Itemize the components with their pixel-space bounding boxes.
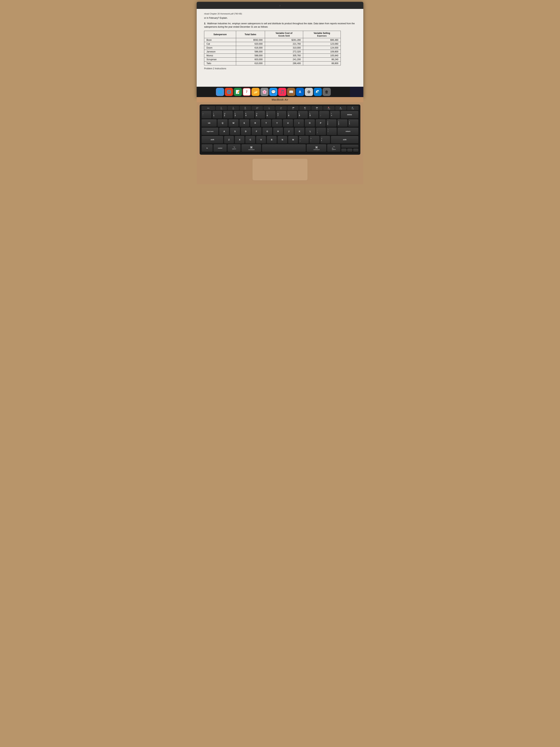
key-j[interactable]: J bbox=[284, 127, 294, 135]
key-w[interactable]: W bbox=[228, 119, 239, 127]
key-f9[interactable]: ▶▶F9 bbox=[311, 106, 323, 110]
key-o[interactable]: O bbox=[304, 119, 315, 127]
key-0[interactable]: )0 bbox=[309, 111, 319, 119]
key-r[interactable]: R bbox=[250, 119, 260, 127]
key-t[interactable]: T bbox=[261, 119, 271, 127]
key-f7[interactable]: ◀◀F7 bbox=[287, 106, 299, 110]
key-arrow-left[interactable] bbox=[341, 148, 347, 152]
key-comma[interactable]: <, bbox=[299, 136, 309, 144]
key-period[interactable]: >. bbox=[310, 136, 320, 144]
dock-icon-trash[interactable]: 🗑 bbox=[323, 88, 331, 96]
key-arrow-up[interactable] bbox=[341, 145, 358, 148]
key-k[interactable]: K bbox=[294, 127, 304, 135]
table-cell: 88,800 bbox=[303, 61, 341, 66]
key-backtick[interactable]: ~` bbox=[202, 111, 212, 119]
key-x[interactable]: X bbox=[235, 136, 245, 144]
key-arrow-down[interactable] bbox=[347, 148, 353, 152]
dock-icon-edge[interactable]: 🌊 bbox=[314, 88, 322, 96]
question2: 2. Walthman Industries Inc. employs seve… bbox=[204, 22, 356, 28]
key-1[interactable]: !1 bbox=[212, 111, 222, 119]
key-f11[interactable]: 🔉F11 bbox=[335, 106, 347, 110]
command-label-right: command bbox=[314, 149, 320, 150]
dock-icon-messages[interactable]: 💬 bbox=[269, 88, 277, 96]
table-cell: 109,800 bbox=[303, 50, 341, 54]
key-tab[interactable]: tab bbox=[202, 119, 217, 127]
key-option-right[interactable]: ⌥ alt option bbox=[327, 144, 341, 152]
dock-icon-notes[interactable]: 📝 bbox=[234, 88, 242, 96]
key-u[interactable]: U bbox=[283, 119, 293, 127]
camera-area bbox=[202, 4, 358, 7]
key-space[interactable] bbox=[262, 144, 306, 152]
key-2[interactable]: @2 bbox=[223, 111, 233, 119]
col-header-variable-selling: Variable SellingExpenses bbox=[303, 31, 341, 38]
key-option-left[interactable]: ⌥ option bbox=[228, 144, 241, 152]
key-f3[interactable]: ⊞F3 bbox=[240, 106, 251, 110]
key-fn[interactable]: fn bbox=[202, 144, 213, 152]
key-e[interactable]: E bbox=[239, 119, 250, 127]
key-f5[interactable]: ☀F5 bbox=[264, 106, 275, 110]
key-slash[interactable]: ?/ bbox=[320, 136, 330, 144]
arrow-keys bbox=[341, 145, 358, 152]
key-f6[interactable]: ☀☀F6 bbox=[275, 106, 287, 110]
dock-icon-chrome[interactable]: 🌐 bbox=[225, 88, 233, 96]
dock-icon-files[interactable]: 📂 bbox=[251, 88, 260, 96]
key-n[interactable]: N bbox=[277, 136, 288, 144]
dock-icon-calendar[interactable]: 7 bbox=[243, 88, 251, 96]
key-f2[interactable]: ☀F2 bbox=[228, 106, 239, 110]
key-minus[interactable]: _- bbox=[319, 111, 329, 119]
screen-bezel bbox=[197, 2, 363, 9]
dock-icon-photos[interactable]: 🌸 bbox=[260, 88, 268, 96]
key-7[interactable]: &7 bbox=[276, 111, 287, 119]
key-v[interactable]: V bbox=[256, 136, 266, 144]
key-command-left[interactable]: ⌘ command bbox=[241, 144, 261, 152]
key-p[interactable]: P bbox=[316, 119, 326, 127]
key-lbracket[interactable]: {[ bbox=[326, 119, 337, 127]
key-delete[interactable]: delete bbox=[341, 111, 358, 119]
key-backslash[interactable]: |\ bbox=[348, 119, 358, 127]
key-z[interactable]: Z bbox=[224, 136, 234, 144]
key-b[interactable]: B bbox=[267, 136, 277, 144]
key-a[interactable]: A bbox=[219, 127, 229, 135]
key-4[interactable]: $4 bbox=[244, 111, 255, 119]
key-f8[interactable]: ▶‖F8 bbox=[299, 106, 311, 110]
key-capslock[interactable]: caps lock bbox=[202, 127, 218, 135]
key-g[interactable]: G bbox=[262, 127, 272, 135]
touchpad-area bbox=[197, 158, 363, 184]
key-m[interactable]: M bbox=[288, 136, 298, 144]
key-l[interactable]: L bbox=[305, 127, 315, 135]
key-shift-left[interactable]: shift bbox=[202, 136, 223, 144]
key-arrow-right[interactable] bbox=[353, 148, 358, 152]
key-ctrl[interactable]: control bbox=[213, 144, 227, 152]
key-6[interactable]: ^6 bbox=[266, 111, 276, 119]
key-f[interactable]: F bbox=[251, 127, 262, 135]
key-i[interactable]: I bbox=[294, 119, 304, 127]
key-s[interactable]: S bbox=[230, 127, 240, 135]
key-equals[interactable]: += bbox=[330, 111, 340, 119]
key-semicolon[interactable]: :; bbox=[316, 127, 326, 135]
key-8[interactable]: *8 bbox=[287, 111, 297, 119]
key-c[interactable]: C bbox=[245, 136, 256, 144]
key-9[interactable]: (9 bbox=[298, 111, 308, 119]
key-quote[interactable]: "' bbox=[327, 127, 337, 135]
key-h[interactable]: H bbox=[273, 127, 283, 135]
key-rbracket[interactable]: }] bbox=[337, 119, 348, 127]
key-shift-right[interactable]: shift bbox=[331, 136, 358, 144]
key-f4[interactable]: ⣿⣿⣿F4 bbox=[251, 106, 263, 110]
key-f1[interactable]: ☀F1 bbox=[216, 106, 227, 110]
dock-icon-finder[interactable]: 🌐 bbox=[216, 88, 224, 96]
dock-icon-music[interactable]: 🎵 bbox=[278, 88, 286, 96]
key-return[interactable]: return bbox=[338, 127, 358, 135]
dock-icon-appstore[interactable]: A bbox=[296, 88, 304, 96]
dock-icon-books[interactable]: 📖 bbox=[287, 88, 295, 96]
key-command-right[interactable]: ⌘ command bbox=[306, 144, 326, 152]
touchpad[interactable] bbox=[252, 158, 308, 181]
key-d[interactable]: D bbox=[241, 127, 251, 135]
key-3[interactable]: #3 bbox=[234, 111, 244, 119]
key-y[interactable]: Y bbox=[272, 119, 282, 127]
key-f10[interactable]: 🔇F10 bbox=[323, 106, 335, 110]
key-esc[interactable]: esc bbox=[202, 106, 215, 110]
key-5[interactable]: %5 bbox=[255, 111, 265, 119]
key-q[interactable]: Q bbox=[217, 119, 228, 127]
dock-icon-settings[interactable]: ⚙ bbox=[305, 88, 313, 96]
key-f12[interactable]: 🔊F12 bbox=[347, 106, 358, 110]
